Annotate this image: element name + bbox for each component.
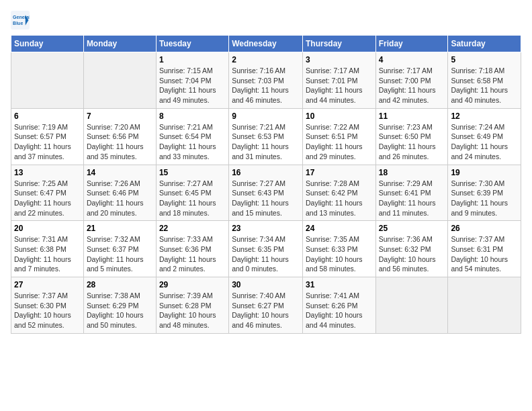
sunset-text: Sunset: 6:57 PM (14, 132, 66, 140)
sunrise-text: Sunrise: 7:20 AM (87, 123, 140, 131)
calendar-cell: 6 Sunrise: 7:19 AM Sunset: 6:57 PM Dayli… (11, 108, 84, 165)
weekday-header: Monday (83, 36, 156, 52)
calendar-cell: 25 Sunrise: 7:36 AM Sunset: 6:32 PM Dayl… (375, 221, 448, 277)
calendar-cell: 2 Sunrise: 7:16 AM Sunset: 7:03 PM Dayli… (229, 52, 303, 109)
calendar-cell: 13 Sunrise: 7:25 AM Sunset: 6:47 PM Dayl… (11, 165, 84, 221)
calendar-cell: 30 Sunrise: 7:40 AM Sunset: 6:27 PM Dayl… (229, 277, 303, 334)
sunset-text: Sunset: 6:37 PM (87, 245, 139, 253)
calendar-cell: 29 Sunrise: 7:39 AM Sunset: 6:28 PM Dayl… (156, 277, 228, 334)
daylight-text: Daylight: 11 hours and 33 minutes. (159, 142, 216, 161)
sunrise-text: Sunrise: 7:31 AM (14, 235, 68, 243)
sunrise-text: Sunrise: 7:19 AM (14, 123, 68, 131)
weekday-header: Tuesday (156, 36, 228, 52)
daylight-text: Daylight: 11 hours and 22 minutes. (14, 199, 71, 217)
sunset-text: Sunset: 6:30 PM (14, 302, 66, 310)
day-number: 11 (379, 111, 445, 121)
calendar-cell: 5 Sunrise: 7:18 AM Sunset: 6:58 PM Dayli… (448, 52, 521, 109)
daylight-text: Daylight: 11 hours and 24 minutes. (451, 142, 508, 161)
sunrise-text: Sunrise: 7:21 AM (232, 123, 285, 131)
daylight-text: Daylight: 11 hours and 49 minutes. (159, 86, 216, 104)
calendar-cell: 7 Sunrise: 7:20 AM Sunset: 6:56 PM Dayli… (83, 108, 156, 165)
day-number: 21 (87, 224, 153, 233)
daylight-text: Daylight: 11 hours and 20 minutes. (87, 199, 144, 217)
daylight-text: Daylight: 10 hours and 58 minutes. (306, 255, 363, 273)
day-number: 18 (379, 168, 445, 177)
day-number: 23 (232, 224, 300, 233)
sunset-text: Sunset: 6:46 PM (87, 189, 139, 197)
day-number: 5 (451, 55, 518, 64)
day-number: 14 (87, 168, 153, 177)
day-number: 6 (14, 111, 81, 121)
sunset-text: Sunset: 7:04 PM (159, 77, 212, 85)
sunrise-text: Sunrise: 7:35 AM (306, 235, 359, 243)
sunset-text: Sunset: 6:32 PM (379, 245, 431, 253)
sunset-text: Sunset: 6:29 PM (87, 302, 139, 310)
daylight-text: Daylight: 10 hours and 52 minutes. (14, 311, 71, 329)
sunrise-text: Sunrise: 7:24 AM (451, 123, 504, 131)
daylight-text: Daylight: 10 hours and 46 minutes. (232, 311, 289, 329)
day-number: 25 (379, 224, 445, 233)
calendar-cell: 14 Sunrise: 7:26 AM Sunset: 6:46 PM Dayl… (83, 165, 156, 221)
sunset-text: Sunset: 6:38 PM (14, 245, 66, 253)
daylight-text: Daylight: 11 hours and 5 minutes. (87, 255, 144, 273)
daylight-text: Daylight: 10 hours and 56 minutes. (379, 255, 436, 273)
daylight-text: Daylight: 11 hours and 26 minutes. (379, 142, 436, 161)
calendar-cell: 19 Sunrise: 7:30 AM Sunset: 6:39 PM Dayl… (448, 165, 521, 221)
calendar-table: SundayMondayTuesdayWednesdayThursdayFrid… (11, 35, 521, 334)
calendar-cell: 20 Sunrise: 7:31 AM Sunset: 6:38 PM Dayl… (11, 221, 84, 277)
daylight-text: Daylight: 11 hours and 44 minutes. (306, 86, 363, 104)
sunrise-text: Sunrise: 7:15 AM (159, 66, 213, 75)
calendar-cell: 26 Sunrise: 7:37 AM Sunset: 6:31 PM Dayl… (448, 221, 521, 277)
calendar-week-row: 1 Sunrise: 7:15 AM Sunset: 7:04 PM Dayli… (11, 52, 521, 109)
page-header: General Blue (11, 11, 521, 30)
day-number: 26 (451, 224, 518, 233)
sunset-text: Sunset: 7:01 PM (306, 77, 358, 85)
sunset-text: Sunset: 6:49 PM (451, 132, 503, 140)
daylight-text: Daylight: 11 hours and 2 minutes. (159, 255, 216, 273)
day-number: 4 (379, 55, 445, 64)
sunrise-text: Sunrise: 7:17 AM (379, 66, 433, 75)
sunset-text: Sunset: 6:33 PM (306, 245, 358, 253)
svg-text:Blue: Blue (13, 21, 23, 26)
sunset-text: Sunset: 6:26 PM (306, 302, 358, 310)
day-number: 31 (306, 280, 373, 289)
day-number: 15 (159, 168, 226, 177)
sunset-text: Sunset: 6:27 PM (232, 302, 284, 310)
calendar-cell: 22 Sunrise: 7:33 AM Sunset: 6:36 PM Dayl… (156, 221, 228, 277)
daylight-text: Daylight: 11 hours and 9 minutes. (451, 199, 508, 217)
daylight-text: Daylight: 11 hours and 35 minutes. (87, 142, 144, 161)
sunrise-text: Sunrise: 7:36 AM (379, 235, 433, 243)
daylight-text: Daylight: 11 hours and 31 minutes. (232, 142, 289, 161)
calendar-cell: 12 Sunrise: 7:24 AM Sunset: 6:49 PM Dayl… (448, 108, 521, 165)
day-number: 29 (159, 280, 226, 289)
sunset-text: Sunset: 6:56 PM (87, 132, 139, 140)
calendar-cell: 3 Sunrise: 7:17 AM Sunset: 7:01 PM Dayli… (302, 52, 375, 109)
daylight-text: Daylight: 10 hours and 50 minutes. (87, 311, 144, 329)
day-number: 22 (159, 224, 226, 233)
sunrise-text: Sunrise: 7:28 AM (306, 179, 359, 187)
calendar-week-row: 20 Sunrise: 7:31 AM Sunset: 6:38 PM Dayl… (11, 221, 521, 277)
sunrise-text: Sunrise: 7:40 AM (232, 291, 285, 300)
sunrise-text: Sunrise: 7:21 AM (159, 123, 213, 131)
day-number: 30 (232, 280, 300, 289)
sunrise-text: Sunrise: 7:25 AM (14, 179, 68, 187)
sunset-text: Sunset: 6:31 PM (451, 245, 503, 253)
daylight-text: Daylight: 11 hours and 37 minutes. (14, 142, 71, 161)
calendar-cell (11, 52, 84, 109)
calendar-cell: 15 Sunrise: 7:27 AM Sunset: 6:45 PM Dayl… (156, 165, 228, 221)
calendar-body: 1 Sunrise: 7:15 AM Sunset: 7:04 PM Dayli… (11, 52, 521, 334)
day-number: 16 (232, 168, 300, 177)
sunset-text: Sunset: 6:47 PM (14, 189, 66, 197)
calendar-week-row: 6 Sunrise: 7:19 AM Sunset: 6:57 PM Dayli… (11, 108, 521, 165)
sunrise-text: Sunrise: 7:32 AM (87, 235, 140, 243)
sunset-text: Sunset: 7:00 PM (379, 77, 431, 85)
calendar-cell (375, 277, 448, 334)
sunrise-text: Sunrise: 7:38 AM (87, 291, 140, 300)
day-number: 27 (14, 280, 81, 289)
calendar-cell: 17 Sunrise: 7:28 AM Sunset: 6:42 PM Dayl… (302, 165, 375, 221)
sunrise-text: Sunrise: 7:17 AM (306, 66, 359, 75)
calendar-week-row: 13 Sunrise: 7:25 AM Sunset: 6:47 PM Dayl… (11, 165, 521, 221)
calendar-cell: 16 Sunrise: 7:27 AM Sunset: 6:43 PM Dayl… (229, 165, 303, 221)
daylight-text: Daylight: 11 hours and 42 minutes. (379, 86, 436, 104)
day-number: 2 (232, 55, 300, 64)
